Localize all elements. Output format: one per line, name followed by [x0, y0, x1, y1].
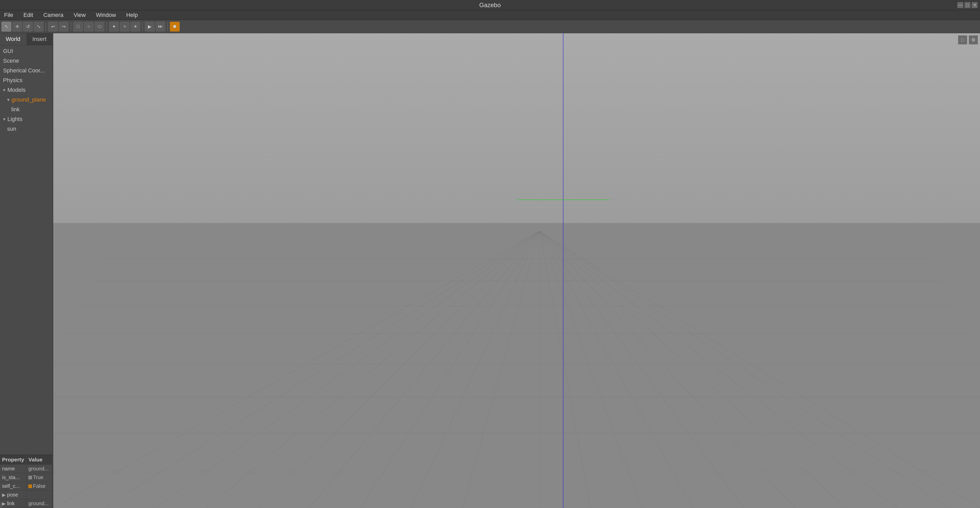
menu-edit[interactable]: Edit [21, 11, 35, 19]
tree-item-models[interactable]: ▾ Models [0, 85, 53, 95]
minimize-button[interactable]: — [958, 2, 963, 8]
menu-bar: File Edit Camera View Window Help [0, 10, 980, 20]
lights-label: Lights [8, 116, 22, 122]
select-tool-button[interactable]: ↖ [2, 22, 11, 32]
is-static-indicator [29, 476, 32, 479]
prop-pose-key: ▶ pose [0, 491, 26, 499]
undo-button[interactable]: ↩ [48, 22, 58, 32]
properties-panel: Property Value name ground... is_sta... … [0, 454, 53, 508]
viewport-controls: □ ⚙ [958, 35, 978, 44]
tree-item-link[interactable]: link [0, 105, 53, 114]
translate-tool-button[interactable]: ✛ [12, 22, 22, 32]
tree-item-scene[interactable]: Scene [0, 56, 53, 66]
gui-label: GUI [3, 48, 13, 54]
prop-header-property: Property [0, 455, 26, 464]
main-layout: World Insert GUI Scene Spherical Coor...… [0, 33, 980, 508]
tree-item-physics[interactable]: Physics [0, 75, 53, 85]
prop-row-name[interactable]: name ground... [0, 465, 53, 473]
play-button[interactable]: ▶ [145, 22, 154, 32]
prop-link-text: link [7, 500, 15, 506]
rotate-tool-button[interactable]: ↺ [23, 22, 33, 32]
prop-pose-text: pose [7, 492, 18, 497]
sphere-shape-button[interactable]: ○ [84, 22, 94, 32]
ground-plane-expand-icon: ▾ [7, 97, 10, 103]
cylinder-shape-button[interactable]: ⬭ [95, 22, 104, 32]
models-expand-icon: ▾ [3, 87, 5, 93]
prop-row-is-static[interactable]: is_sta... True [0, 473, 53, 482]
prop-name-value: ground... [26, 465, 53, 473]
tab-insert[interactable]: Insert [26, 33, 53, 45]
physics-label: Physics [3, 77, 22, 84]
spot-light-button[interactable]: ✧ [120, 22, 129, 32]
link-label: link [11, 106, 20, 113]
prop-is-static-value: True [26, 473, 53, 482]
step-button[interactable]: ⏭ [156, 22, 165, 32]
record-button[interactable]: ⏺ [170, 22, 180, 32]
menu-file[interactable]: File [2, 11, 15, 19]
viewport-floor [53, 223, 980, 508]
world-tree: GUI Scene Spherical Coor... Physics ▾ Mo… [0, 45, 53, 454]
dir-light-button[interactable]: ☀ [130, 22, 140, 32]
redo-button[interactable]: ↪ [59, 22, 68, 32]
spherical-coord-label: Spherical Coor... [3, 67, 45, 74]
window-controls: — □ ✕ [958, 2, 977, 8]
sep-5 [167, 22, 168, 31]
prop-row-link[interactable]: ▶ link ground... [0, 499, 53, 508]
3d-viewport[interactable]: .grid-line { stroke: #777; stroke-width:… [53, 33, 980, 508]
prop-self-collide-text: False [33, 483, 46, 489]
link-expand-arrow: ▶ [2, 501, 6, 506]
app-title: Gazebo [479, 2, 501, 9]
prop-link-key: ▶ link [0, 499, 26, 508]
sep-3 [107, 22, 107, 31]
lights-expand-icon: ▾ [3, 116, 5, 122]
scene-label: Scene [3, 57, 19, 64]
prop-is-static-text: True [33, 475, 43, 480]
sun-label: sun [7, 125, 16, 132]
sep-4 [142, 22, 143, 31]
scale-tool-button[interactable]: ⤡ [34, 22, 43, 32]
sep-1 [46, 22, 46, 31]
prop-name-text: ground... [29, 466, 49, 471]
tree-item-ground-plane[interactable]: ▾ ground_plane [0, 95, 53, 105]
close-button[interactable]: ✕ [972, 2, 977, 8]
viewport-maximize-button[interactable]: □ [958, 35, 967, 44]
models-label: Models [8, 87, 25, 94]
properties-header: Property Value [0, 455, 53, 465]
ground-plane-label: ground_plane [11, 97, 46, 103]
title-bar: Gazebo — □ ✕ [0, 0, 980, 10]
prop-header-value: Value [26, 455, 53, 464]
prop-row-pose[interactable]: ▶ pose [0, 491, 53, 499]
box-shape-button[interactable]: □ [73, 22, 83, 32]
maximize-button[interactable]: □ [965, 2, 970, 8]
tree-item-gui[interactable]: GUI [0, 46, 53, 56]
tree-item-lights[interactable]: ▾ Lights [0, 114, 53, 124]
prop-self-collide-key: self_c... [0, 482, 26, 491]
prop-row-self-collide[interactable]: self_c... False [0, 482, 53, 491]
menu-help[interactable]: Help [124, 11, 140, 19]
prop-self-collide-value: False [26, 482, 53, 491]
menu-window[interactable]: Window [94, 11, 118, 19]
viewport-settings-button[interactable]: ⚙ [969, 35, 978, 44]
menu-view[interactable]: View [72, 11, 88, 19]
prop-is-static-key: is_sta... [0, 473, 26, 482]
tree-item-sun[interactable]: sun [0, 124, 53, 134]
left-panel: World Insert GUI Scene Spherical Coor...… [0, 33, 53, 508]
tree-item-spherical-coord[interactable]: Spherical Coor... [0, 66, 53, 75]
sep-2 [71, 22, 71, 31]
point-light-button[interactable]: ✦ [109, 22, 119, 32]
prop-name-key: name [0, 465, 26, 473]
prop-link-value: ground... [26, 499, 53, 508]
panel-tabs: World Insert [0, 33, 53, 45]
prop-pose-value [26, 491, 53, 499]
tab-world[interactable]: World [0, 33, 26, 45]
self-collide-indicator [29, 484, 32, 488]
toolbar: ↖ ✛ ↺ ⤡ ↩ ↪ □ ○ ⬭ ✦ ✧ ☀ ▶ ⏭ ⏺ [0, 20, 980, 33]
pose-expand-arrow: ▶ [2, 492, 6, 497]
menu-camera[interactable]: Camera [41, 11, 65, 19]
